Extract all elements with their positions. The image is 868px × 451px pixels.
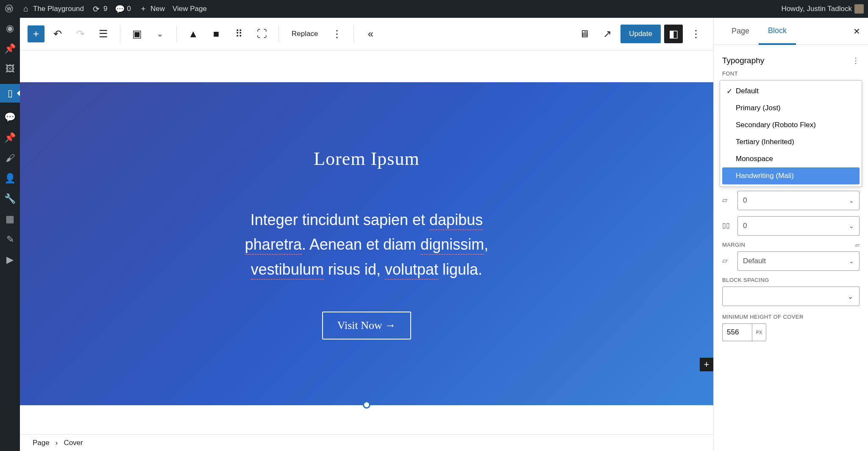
- list-view-button[interactable]: ☰: [94, 24, 113, 44]
- padding-vertical-icon: ▱: [722, 196, 732, 205]
- close-sidebar-button[interactable]: ✕: [853, 26, 860, 36]
- breadcrumb-cover[interactable]: Cover: [64, 439, 83, 447]
- cover-paragraph[interactable]: Integer tincidunt sapien et dapibus phar…: [245, 208, 488, 282]
- comment-icon: 💬: [115, 4, 125, 14]
- fill-button[interactable]: ■: [206, 24, 226, 44]
- refresh-icon: ⟳: [92, 4, 101, 14]
- font-label: FONT: [722, 70, 860, 77]
- device-button[interactable]: 🖥: [575, 24, 594, 44]
- users-icon[interactable]: 👤: [5, 173, 16, 184]
- settings-sidebar: Page Block ✕ Typography ⋮ FONT Default P…: [713, 18, 868, 451]
- external-button[interactable]: ↗: [598, 24, 617, 44]
- redo-button[interactable]: ↷: [71, 24, 90, 44]
- view-page-link[interactable]: View Page: [172, 5, 207, 13]
- admin-sidenav: ◉ 📌 🖾 ▯ 💬 📌 🖌 👤 🔧 ▦ ✎ ▶: [0, 18, 20, 451]
- padding-side-input[interactable]: 0⌄: [737, 216, 860, 236]
- font-option-tertiary[interactable]: Tertiary (Inherited): [722, 134, 860, 150]
- add-block-button[interactable]: +: [28, 25, 45, 42]
- edit-icon[interactable]: ✎: [5, 234, 16, 245]
- updates-link[interactable]: ⟳9: [92, 4, 107, 14]
- breadcrumb-page[interactable]: Page: [33, 439, 50, 447]
- howdy-link[interactable]: Howdy, Justin Tadlock: [781, 4, 864, 14]
- fullscreen-button[interactable]: ⛶: [252, 24, 272, 44]
- typography-heading: Typography: [722, 56, 764, 65]
- typography-options-button[interactable]: ⋮: [852, 56, 860, 65]
- pages-icon[interactable]: ▯: [0, 84, 20, 103]
- avatar: [854, 4, 864, 14]
- block-spacing-input[interactable]: ⌄: [722, 287, 860, 306]
- margin-link-icon[interactable]: ▱: [855, 242, 860, 248]
- admin-bar: ⓦ ⌂The Playground ⟳9 💬0 +New View Page H…: [0, 0, 868, 18]
- wp-logo[interactable]: ⓦ: [4, 4, 14, 14]
- cover-icon[interactable]: ▣: [127, 24, 147, 44]
- font-dropdown-menu: Default Primary (Jost) Secondary (Roboto…: [720, 80, 862, 187]
- settings-icon[interactable]: ▦: [5, 214, 16, 225]
- chevron-down-icon: ⌄: [849, 197, 854, 204]
- play-icon[interactable]: ▶: [5, 254, 16, 265]
- media-icon[interactable]: 🖾: [5, 64, 16, 75]
- position-button[interactable]: ⠿: [229, 24, 249, 44]
- font-option-default[interactable]: Default: [722, 83, 860, 100]
- font-option-monospace[interactable]: Monospace: [722, 150, 860, 167]
- min-height-input[interactable]: [722, 323, 752, 341]
- pin-icon[interactable]: 📌: [5, 43, 16, 54]
- block-spacing-label: BLOCK SPACING: [722, 277, 860, 283]
- align-button[interactable]: ▲: [184, 24, 203, 44]
- add-block-inline-button[interactable]: +: [700, 358, 713, 371]
- font-option-handwriting[interactable]: Handwriting (Mali): [722, 167, 860, 184]
- block-breadcrumb: Page › Cover: [20, 434, 713, 451]
- sidebar-toggle-button[interactable]: ◧: [664, 25, 683, 43]
- visit-now-button[interactable]: Visit Now →: [322, 312, 412, 340]
- update-button[interactable]: Update: [620, 25, 661, 43]
- editor-toolbar: + ↶ ↷ ☰ ▣ ⌄ ▲ ■ ⠿ ⛶ Replace ⋮ « 🖥 ↗ Upda…: [20, 18, 713, 50]
- replace-button[interactable]: Replace: [286, 24, 324, 44]
- block-options-button[interactable]: ⋮: [327, 24, 347, 44]
- cover-block[interactable]: Lorem Ipsum Integer tincidunt sapien et …: [20, 82, 713, 405]
- comments-link[interactable]: 💬0: [115, 4, 131, 14]
- cover-heading[interactable]: Lorem Ipsum: [314, 148, 419, 170]
- home-icon: ⌂: [21, 4, 31, 14]
- undo-button[interactable]: ↶: [48, 24, 67, 44]
- min-height-label: MINIMUM HEIGHT OF COVER: [722, 314, 860, 320]
- chevron-down-icon: ⌄: [849, 223, 854, 229]
- tab-page[interactable]: Page: [722, 18, 759, 45]
- plugins-icon[interactable]: 📌: [5, 132, 16, 143]
- appearance-icon[interactable]: 🖌: [5, 153, 16, 164]
- chevron-down-icon: ⌄: [848, 292, 853, 301]
- new-link[interactable]: +New: [139, 4, 165, 14]
- more-options-button[interactable]: ⋮: [686, 24, 706, 44]
- margin-label: MARGIN: [722, 242, 745, 248]
- collapse-button[interactable]: «: [361, 24, 380, 44]
- dashboard-icon[interactable]: ◉: [5, 23, 16, 34]
- tab-block[interactable]: Block: [759, 18, 796, 45]
- margin-vertical-icon: ▱: [722, 256, 732, 266]
- padding-top-input[interactable]: 0⌄: [737, 191, 860, 210]
- min-height-unit[interactable]: PX: [752, 323, 766, 341]
- margin-input[interactable]: Default⌄: [737, 251, 860, 271]
- font-option-secondary[interactable]: Secondary (Roboto Flex): [722, 117, 860, 134]
- chevron-down-icon: ⌄: [849, 258, 854, 264]
- editor-canvas[interactable]: Lorem Ipsum Integer tincidunt sapien et …: [20, 50, 713, 451]
- tools-icon[interactable]: 🔧: [5, 193, 16, 204]
- comments-icon[interactable]: 💬: [5, 112, 16, 123]
- move-button[interactable]: ⌄: [150, 24, 170, 44]
- font-option-primary[interactable]: Primary (Jost): [722, 100, 860, 117]
- padding-horizontal-icon: ▯▯: [722, 221, 732, 231]
- site-link[interactable]: ⌂The Playground: [21, 4, 84, 14]
- chevron-right-icon: ›: [56, 439, 58, 447]
- resize-handle[interactable]: [363, 401, 370, 409]
- plus-icon: +: [139, 4, 148, 14]
